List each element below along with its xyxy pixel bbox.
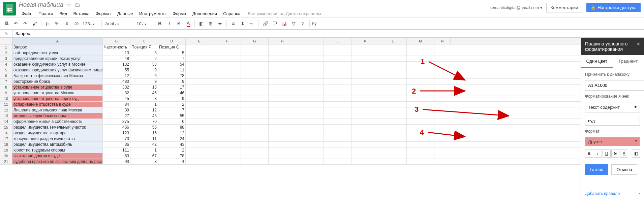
cell[interactable] bbox=[324, 73, 351, 78]
share-button[interactable]: 🔒Настройки доступа bbox=[586, 3, 641, 12]
cell[interactable] bbox=[296, 85, 324, 90]
cell[interactable]: раздел имущества земельный участок bbox=[12, 125, 103, 130]
menu-view[interactable]: Вид bbox=[57, 10, 70, 17]
cell[interactable] bbox=[434, 73, 462, 78]
cell[interactable] bbox=[434, 136, 462, 141]
cell[interactable]: 2 bbox=[158, 147, 186, 153]
menu-form[interactable]: Форма bbox=[170, 10, 189, 17]
cell[interactable] bbox=[269, 85, 296, 90]
cell[interactable] bbox=[434, 90, 462, 96]
row-header[interactable]: 3 bbox=[0, 56, 12, 61]
cell[interactable] bbox=[379, 159, 407, 164]
comment-icon[interactable]: 🗨 bbox=[270, 19, 279, 28]
col-header-C[interactable]: C bbox=[130, 38, 158, 44]
percent-btn[interactable]: % bbox=[53, 19, 62, 28]
col-header-E[interactable]: E bbox=[186, 38, 213, 44]
cell[interactable] bbox=[351, 56, 379, 61]
cell[interactable]: 9 bbox=[158, 96, 186, 101]
cell[interactable] bbox=[186, 56, 213, 61]
cell[interactable] bbox=[351, 44, 379, 50]
row-header[interactable]: 13 bbox=[0, 113, 12, 119]
cell[interactable] bbox=[434, 147, 462, 153]
cell[interactable]: 8 bbox=[130, 159, 158, 164]
cell[interactable]: 2 bbox=[158, 102, 186, 107]
cell[interactable] bbox=[379, 136, 407, 141]
cell[interactable] bbox=[379, 62, 407, 67]
cell[interactable] bbox=[324, 96, 351, 101]
cell[interactable]: 27 bbox=[103, 113, 130, 119]
cell[interactable] bbox=[269, 44, 296, 50]
cell[interactable] bbox=[241, 96, 269, 101]
cell[interactable] bbox=[351, 62, 379, 67]
cell[interactable] bbox=[186, 73, 213, 78]
comments-button[interactable]: Комментарии bbox=[546, 3, 583, 12]
fill-color-icon[interactable]: ◧ bbox=[197, 19, 206, 28]
cell[interactable] bbox=[324, 102, 351, 107]
cell[interactable] bbox=[324, 142, 351, 147]
row-header[interactable]: 21 bbox=[0, 159, 12, 164]
cell[interactable]: 111 bbox=[103, 147, 130, 153]
cell[interactable]: Частотность bbox=[103, 44, 130, 50]
cell[interactable] bbox=[296, 119, 324, 124]
cell[interactable] bbox=[296, 90, 324, 96]
select-all-corner[interactable] bbox=[0, 38, 12, 44]
menu-help[interactable]: Справка bbox=[220, 10, 243, 17]
col-header-A[interactable]: A bbox=[12, 38, 103, 44]
cell[interactable] bbox=[241, 136, 269, 141]
paint-format-icon[interactable]: 🖌 bbox=[30, 19, 39, 28]
row-header[interactable]: 16 bbox=[0, 130, 12, 136]
bold-icon[interactable]: B bbox=[155, 19, 164, 28]
cell[interactable] bbox=[434, 62, 462, 67]
cell[interactable] bbox=[324, 119, 351, 124]
cell[interactable] bbox=[379, 147, 407, 153]
cell[interactable] bbox=[296, 125, 324, 130]
cell[interactable] bbox=[351, 113, 379, 119]
cell[interactable] bbox=[296, 113, 324, 119]
cell[interactable] bbox=[407, 102, 434, 107]
cell[interactable] bbox=[213, 90, 241, 96]
cell[interactable] bbox=[324, 67, 351, 73]
cell[interactable] bbox=[186, 107, 213, 113]
cell[interactable] bbox=[186, 142, 213, 147]
cell[interactable] bbox=[186, 102, 213, 107]
cell[interactable] bbox=[213, 85, 241, 90]
cell[interactable] bbox=[241, 44, 269, 50]
cell[interactable]: 332 bbox=[103, 85, 130, 90]
cell[interactable] bbox=[296, 96, 324, 101]
cell[interactable] bbox=[407, 113, 434, 119]
cell[interactable] bbox=[269, 79, 296, 84]
cell[interactable] bbox=[186, 79, 213, 84]
filter-icon[interactable]: ▽ bbox=[289, 19, 298, 28]
condition-value-input[interactable] bbox=[585, 116, 640, 126]
cell[interactable]: сайт юридических услуг bbox=[12, 50, 103, 56]
row-header[interactable]: 14 bbox=[0, 119, 12, 124]
row-header[interactable]: 2 bbox=[0, 50, 12, 56]
folder-icon[interactable]: 🗀 bbox=[75, 2, 80, 8]
menu-file[interactable]: Файл bbox=[19, 10, 35, 17]
cell[interactable] bbox=[324, 113, 351, 119]
cell[interactable]: 78 bbox=[158, 153, 186, 159]
cell[interactable]: 43 bbox=[158, 142, 186, 147]
cell[interactable] bbox=[434, 153, 462, 159]
cell[interactable]: 9 bbox=[130, 79, 158, 84]
format-italic-icon[interactable]: I bbox=[594, 149, 602, 158]
cell[interactable] bbox=[296, 62, 324, 67]
cell[interactable] bbox=[407, 159, 434, 164]
cell[interactable] bbox=[269, 130, 296, 136]
cell[interactable] bbox=[379, 67, 407, 73]
col-header-M[interactable]: M bbox=[407, 38, 434, 44]
cell[interactable] bbox=[379, 125, 407, 130]
cell[interactable] bbox=[324, 50, 351, 56]
cell[interactable] bbox=[351, 119, 379, 124]
cell[interactable]: 73 bbox=[103, 136, 130, 141]
cell[interactable] bbox=[434, 130, 462, 136]
cell[interactable] bbox=[407, 44, 434, 50]
cell[interactable]: 32 bbox=[103, 90, 130, 96]
cell[interactable] bbox=[324, 90, 351, 96]
strikethrough-icon[interactable]: S bbox=[174, 19, 183, 28]
cell[interactable] bbox=[296, 147, 324, 153]
cell[interactable]: 5 bbox=[158, 50, 186, 56]
cell[interactable] bbox=[269, 119, 296, 124]
cell[interactable] bbox=[186, 44, 213, 50]
cell[interactable] bbox=[379, 50, 407, 56]
